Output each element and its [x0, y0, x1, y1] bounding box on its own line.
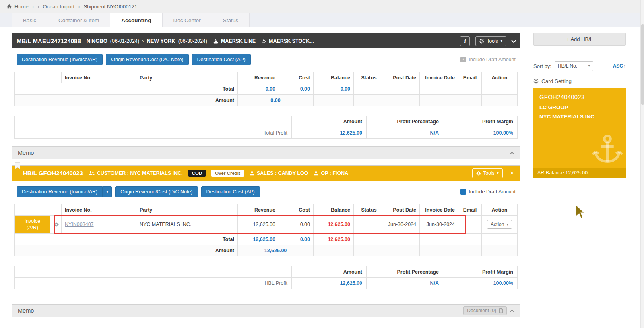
hbl-profit-table: Amount Profit Percentage Profit Margin H…: [14, 266, 518, 289]
post-date-cell: Jun-30-2024: [384, 216, 420, 234]
total-label: Total: [15, 83, 238, 95]
destination-cost-button[interactable]: Destination Cost (AP): [201, 186, 260, 197]
origin-revenue-cost-button[interactable]: Origin Revenue/Cost (D/C Note): [106, 54, 188, 65]
total-label: Total: [15, 234, 238, 245]
total-balance: 12,625.00: [314, 234, 354, 245]
check-icon: ✓: [460, 189, 466, 195]
destination-port: NEW YORK: [147, 38, 175, 44]
total-profit-amount: 12,625.00: [292, 127, 367, 139]
document-button[interactable]: Document (0): [463, 306, 507, 315]
close-icon[interactable]: ×: [508, 170, 516, 176]
tab-basic[interactable]: Basic: [12, 13, 47, 27]
card-setting-button[interactable]: Card Setting: [533, 78, 626, 84]
caret-down-icon: ▾: [588, 64, 590, 68]
anchor-icon: [261, 38, 266, 44]
chevron-right-icon: ›: [78, 4, 80, 10]
row-action-button[interactable]: Action ▾: [487, 220, 512, 229]
breadcrumb-home-label: Home: [14, 4, 29, 10]
anchor-icon: [590, 133, 624, 166]
table-header-row: Invoice No. Party Revenue Cost Balance S…: [15, 72, 518, 83]
amount-value: 0.00: [238, 95, 314, 106]
hbl-profit-percentage: N/A: [367, 278, 443, 289]
gear-icon: [479, 39, 484, 44]
op-label: OP : FIONA: [314, 170, 348, 176]
collapse-up-icon[interactable]: [510, 151, 515, 156]
col-cost: Cost: [279, 204, 314, 216]
mbl-memo-bar: Memo: [12, 146, 520, 159]
destination-revenue-button[interactable]: Destination Revenue (Invoice/AR): [17, 54, 103, 65]
hbl-card[interactable]: GFOH24040023 LC GROUP NYC MATERIALS INC.…: [533, 88, 626, 178]
tab-accounting[interactable]: Accounting: [110, 13, 162, 27]
sales-label: SALES : CANDY LOO: [250, 170, 308, 176]
destination-revenue-caret[interactable]: ▾: [103, 186, 112, 197]
amount-value: 12,625.00: [238, 245, 314, 256]
breadcrumb-home[interactable]: Home: [6, 4, 29, 10]
card-group-name: LC GROUP: [539, 104, 620, 110]
tab-status[interactable]: Status: [212, 13, 250, 27]
email-cell: [458, 216, 482, 234]
col-party: Party: [136, 72, 238, 83]
gear-icon: [476, 171, 481, 176]
gear-icon: [54, 222, 59, 227]
cod-badge: COD: [188, 170, 206, 177]
include-draft-checkbox[interactable]: ✓ Include Draft Amount: [460, 57, 516, 62]
shipment-tabs: Basic Container & Item Accounting Doc Ce…: [0, 13, 644, 27]
col-profit-margin: Profit Margin: [443, 266, 518, 278]
cost-cell: 0.00: [279, 216, 314, 234]
destination-revenue-button[interactable]: Destination Revenue (Invoice/AR): [17, 186, 103, 197]
info-button[interactable]: i: [460, 36, 470, 46]
mbl-section: MB/L MAEU247124088 NINGBO (06-01-2024) ›…: [12, 33, 520, 159]
person-icon: [250, 171, 254, 176]
total-cost: 0.00: [279, 234, 314, 245]
collapse-chevron-icon[interactable]: [511, 38, 516, 43]
col-action: Action: [482, 204, 518, 216]
tab-container-item[interactable]: Container & Item: [47, 13, 110, 27]
invoice-type-badge: Invoice (A/R): [15, 216, 50, 234]
hbl-header: HB/L GFOH24040023 CUSTOMER : NYC MATERIA…: [12, 166, 520, 181]
col-email: Email: [458, 204, 482, 216]
revenue-cell: 12,625.00: [238, 216, 279, 234]
total-profit-label: Total Profit: [15, 127, 292, 139]
chevron-right-icon: ›: [142, 38, 144, 44]
include-draft-checkbox[interactable]: ✓ Include Draft Amount: [460, 189, 516, 195]
add-hbl-button[interactable]: + Add HB/L: [533, 33, 626, 46]
hbl-amount-row: Amount 12,625.00: [15, 245, 518, 256]
home-icon: [6, 4, 12, 9]
col-profit-percentage: Profit Percentage: [367, 116, 443, 127]
hbl-profit-margin: 100.00%: [443, 278, 518, 289]
mbl-total-row: Total 0.00 0.00 0.00: [15, 83, 518, 95]
eta-date: (06-30-2024): [178, 38, 207, 44]
mbl-tools-button[interactable]: Tools ▾: [475, 36, 506, 46]
origin-revenue-cost-button[interactable]: Origin Revenue/Cost (D/C Note): [115, 186, 198, 197]
col-invoice-date: Invoice Date: [420, 204, 458, 216]
breadcrumb-ocean-import[interactable]: Ocean Import: [43, 4, 74, 10]
person-icon: [314, 171, 318, 176]
hbl-sidebar: + Add HB/L Sort by: HB/L No. ▾ ASC ↑ Car…: [533, 33, 626, 178]
hbl-profit-amount: 12,625.00: [292, 278, 367, 289]
total-profit-margin: 100.00%: [443, 127, 518, 139]
col-action: Action: [482, 72, 518, 83]
tab-doc-center[interactable]: Doc Center: [163, 13, 212, 27]
sort-direction-toggle[interactable]: ASC ↑: [613, 63, 626, 69]
total-profit-percentage: N/A: [367, 127, 443, 139]
col-balance: Balance: [314, 72, 354, 83]
hbl-tools-button[interactable]: Tools ▾: [472, 168, 503, 178]
invoice-number-link[interactable]: NYIN003407: [65, 222, 94, 227]
sort-field-select[interactable]: HB/L No. ▾: [555, 61, 593, 71]
col-balance: Balance: [314, 204, 354, 216]
scrollbar-thumb[interactable]: [641, 24, 644, 105]
hbl-memo-bar: Memo Document (0): [12, 304, 520, 317]
sort-by-label: Sort by:: [533, 63, 551, 69]
col-cost: Cost: [279, 72, 314, 83]
mbl-accounting-table: Invoice No. Party Revenue Cost Balance S…: [14, 72, 518, 106]
row-settings-gear[interactable]: [50, 216, 62, 234]
table-header-row: Invoice No. Party Revenue Cost Balance S…: [15, 204, 518, 216]
col-revenue: Revenue: [238, 72, 279, 83]
collapse-up-icon[interactable]: [510, 309, 515, 314]
ship-icon: [213, 38, 219, 44]
hbl-actions-row: Destination Revenue (Invoice/AR) ▾ Origi…: [17, 186, 516, 197]
mouse-cursor: [575, 204, 586, 220]
col-post-date: Post Date: [384, 72, 420, 83]
col-profit-margin: Profit Margin: [443, 116, 518, 127]
destination-cost-button[interactable]: Destination Cost (AP): [192, 54, 251, 65]
